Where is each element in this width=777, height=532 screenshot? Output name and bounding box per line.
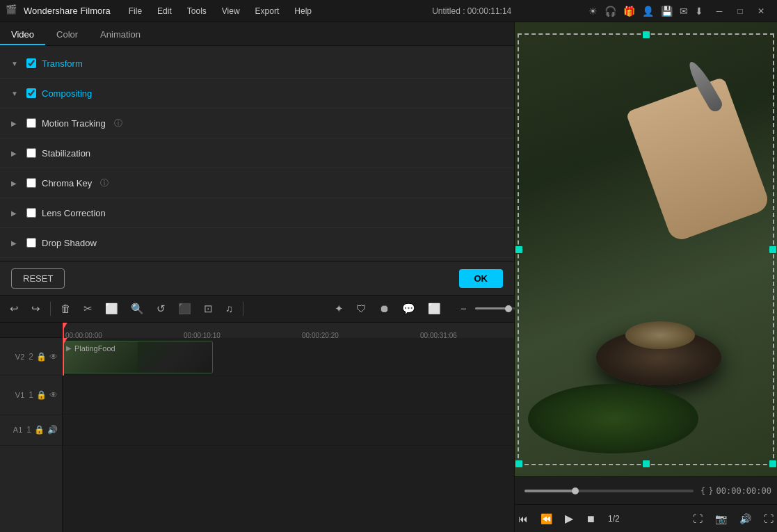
- menu-edit[interactable]: Edit: [150, 3, 179, 19]
- track-label-a1: A1 1 🔒 🔊: [0, 414, 62, 446]
- window-title: Untitled : 00:00:11:14: [355, 6, 588, 16]
- handle-bottom-left[interactable]: [515, 460, 522, 467]
- menu-file[interactable]: File: [122, 3, 149, 19]
- section-stabilization-header[interactable]: ▶ Stabilization: [11, 143, 503, 163]
- preview-area: [515, 22, 777, 476]
- stabilization-checkbox[interactable]: [26, 148, 36, 158]
- fullscreen-button[interactable]: ⊡: [200, 300, 217, 318]
- chevron-down-icon: ▼: [11, 60, 21, 67]
- fit-button[interactable]: ⛶: [760, 511, 777, 526]
- help-icon[interactable]: ⓘ: [100, 177, 109, 189]
- close-button[interactable]: ✕: [751, 1, 771, 21]
- pip-button[interactable]: ⬜: [424, 300, 445, 318]
- clip-name: PlatingFood: [74, 344, 115, 353]
- step-back-button[interactable]: ⏪: [537, 511, 556, 526]
- section-chroma-key-header[interactable]: ▶ Chroma Key ⓘ: [11, 172, 503, 193]
- clip-play-icon: ▶: [66, 344, 72, 352]
- fullscreen-preview-button[interactable]: ⛶: [689, 511, 706, 526]
- chroma-key-checkbox[interactable]: [26, 178, 36, 188]
- timeline-area: V2 2 🔒 👁 V1 1 🔒 👁: [0, 323, 514, 533]
- audio-button[interactable]: ♫: [221, 300, 237, 317]
- section-compositing-header[interactable]: ▼ Compositing: [11, 83, 503, 104]
- help-icon[interactable]: ⓘ: [114, 118, 122, 129]
- audio-preview-button[interactable]: 🔊: [736, 511, 755, 526]
- split-button[interactable]: ⬛: [174, 300, 195, 318]
- menu-export[interactable]: Export: [248, 3, 287, 19]
- compositing-checkbox[interactable]: [26, 88, 36, 98]
- headphones-icon[interactable]: 🎧: [604, 6, 616, 17]
- handle-mid-left[interactable]: [515, 246, 522, 253]
- menu-help[interactable]: Help: [287, 3, 319, 19]
- motion-tracking-checkbox[interactable]: [26, 118, 36, 128]
- delete-button[interactable]: 🗑: [56, 300, 75, 317]
- download-icon[interactable]: ⬇: [695, 6, 703, 17]
- handle-bottom-center[interactable]: [643, 460, 650, 467]
- crop-button[interactable]: ⬜: [101, 300, 122, 318]
- handle-bottom-right[interactable]: [769, 460, 776, 467]
- preview-controls: { } 00:00:00:00: [515, 476, 777, 504]
- titlebar-icons: ☀ 🎧 🎁 👤 💾 ✉ ⬇: [588, 6, 703, 17]
- track-a1-lock-icon[interactable]: 🔒: [34, 425, 45, 435]
- record-button[interactable]: ⏺: [375, 300, 394, 317]
- ruler-mark-1: 00:00:10:10: [184, 332, 221, 338]
- zoom-in-button[interactable]: 🔍: [127, 300, 148, 318]
- zoom-out-button[interactable]: −: [456, 300, 471, 317]
- section-lens-correction-header[interactable]: ▶ Lens Correction: [11, 202, 503, 223]
- cut-button[interactable]: ✂: [79, 300, 97, 318]
- shield-icon[interactable]: 🛡: [352, 300, 371, 317]
- maximize-button[interactable]: □: [730, 1, 751, 21]
- section-transform-header[interactable]: ▼ Transform: [11, 53, 503, 74]
- play-button[interactable]: ▶: [561, 510, 577, 527]
- redo-button[interactable]: ↪: [27, 300, 45, 318]
- minimize-button[interactable]: ─: [709, 1, 730, 21]
- save-icon[interactable]: 💾: [661, 6, 673, 17]
- drop-shadow-label: Drop Shadow: [42, 238, 97, 248]
- preview-time-slider[interactable]: [524, 490, 694, 492]
- tab-animation[interactable]: Animation: [89, 25, 152, 45]
- section-drop-shadow-header[interactable]: ▶ Drop Shadow: [11, 232, 503, 253]
- menu-view[interactable]: View: [215, 3, 247, 19]
- track-v2-num: V2: [15, 353, 24, 361]
- lens-correction-label: Lens Correction: [42, 208, 106, 218]
- playhead-line[interactable]: [63, 323, 64, 338]
- brightness-icon[interactable]: ☀: [588, 6, 598, 17]
- timeline-toolbar: ↩ ↪ 🗑 ✂ ⬜ 🔍 ↺ ⬛ ⊡ ♫ ✦ 🛡 ⏺ 💬 ⬜ −: [0, 295, 514, 323]
- chevron-right-icon: ▶: [11, 120, 21, 127]
- reset-button[interactable]: RESET: [11, 268, 65, 289]
- stabilization-label: Stabilization: [42, 148, 90, 159]
- mail-icon[interactable]: ✉: [680, 6, 688, 17]
- section-motion-tracking-header[interactable]: ▶ Motion Tracking ⓘ: [11, 113, 503, 134]
- preview-overlay: [515, 22, 777, 476]
- section-stabilization: ▶ Stabilization: [0, 138, 514, 168]
- track-v1-icons: 1 🔒 👁: [29, 390, 58, 400]
- track-v2-eye-icon[interactable]: 👁: [49, 352, 58, 362]
- menu-tools[interactable]: Tools: [180, 3, 214, 19]
- transform-checkbox[interactable]: [26, 58, 36, 68]
- rotate-button[interactable]: ↺: [152, 300, 170, 318]
- tab-video[interactable]: Video: [0, 25, 45, 45]
- track-v1-lock-icon[interactable]: 🔒: [36, 390, 47, 400]
- undo-button[interactable]: ↩: [6, 300, 23, 318]
- gift-icon[interactable]: 🎁: [623, 6, 635, 17]
- stop-button[interactable]: ⏹: [582, 511, 599, 526]
- track-a1-num-icon: 1: [26, 425, 31, 435]
- prev-frame-button[interactable]: ⏮: [515, 511, 531, 526]
- track-a1-vol-icon[interactable]: 🔊: [47, 425, 58, 435]
- speed-selector[interactable]: 1/2: [604, 512, 623, 526]
- snap-icon[interactable]: ✦: [330, 300, 348, 318]
- drop-shadow-checkbox[interactable]: [26, 238, 36, 248]
- track-v2-lock-icon[interactable]: 🔒: [36, 352, 47, 362]
- track-v1-num: V1: [15, 391, 24, 399]
- selection-border: [518, 33, 774, 465]
- video-clip[interactable]: ▶ PlatingFood: [63, 341, 213, 373]
- lens-correction-checkbox[interactable]: [26, 208, 36, 218]
- preview-timecode: 00:00:00:00: [716, 486, 771, 496]
- snapshot-button[interactable]: 📷: [712, 511, 730, 526]
- tab-color[interactable]: Color: [45, 25, 89, 45]
- handle-mid-right[interactable]: [769, 246, 776, 253]
- handle-top-center[interactable]: [643, 31, 650, 38]
- account-icon[interactable]: 👤: [642, 6, 654, 17]
- track-v1-eye-icon[interactable]: 👁: [49, 390, 58, 400]
- ok-button[interactable]: OK: [459, 269, 504, 288]
- subtitle-button[interactable]: 💬: [398, 300, 419, 318]
